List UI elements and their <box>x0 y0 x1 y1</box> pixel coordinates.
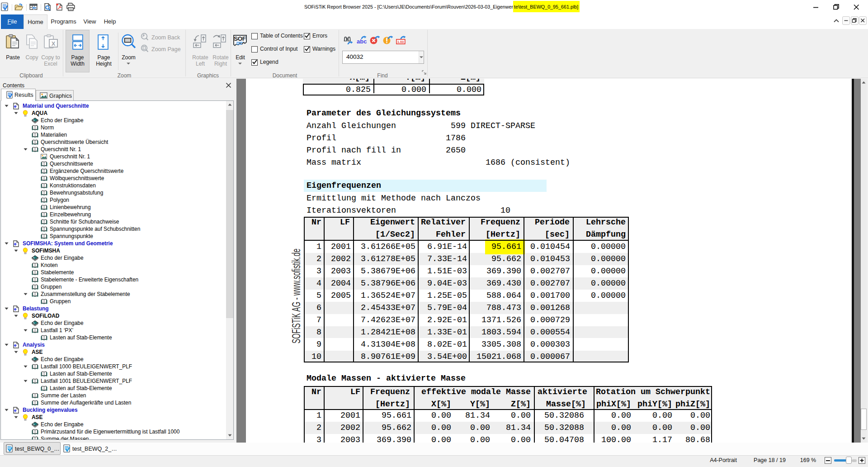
svg-text:1.03: 1.03 <box>397 40 404 44</box>
svg-text:abc: abc <box>357 38 367 44</box>
svg-text:SOF: SOF <box>234 35 246 42</box>
svg-text:X: X <box>52 40 56 47</box>
